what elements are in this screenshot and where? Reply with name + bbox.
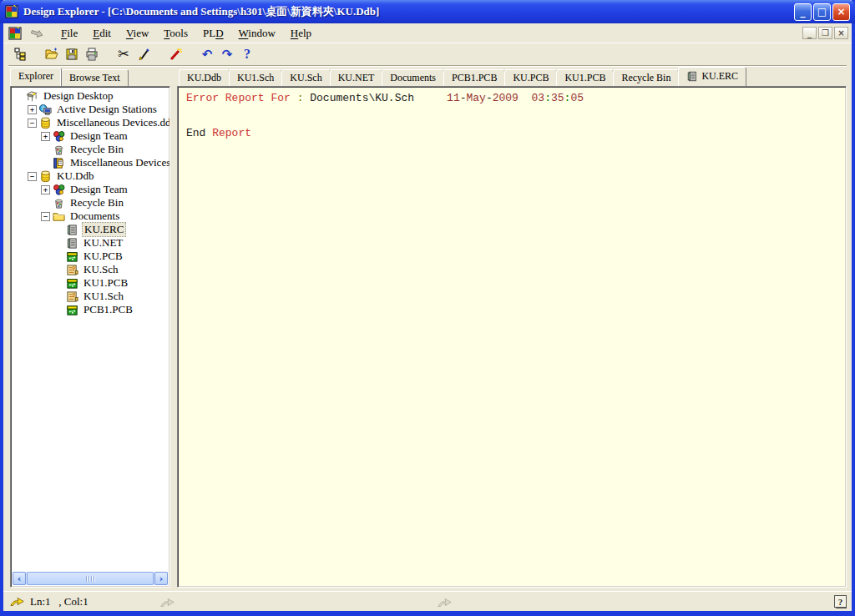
wand-button[interactable] xyxy=(165,45,185,63)
expand-plus-icon[interactable]: + xyxy=(41,132,50,141)
desktop-icon xyxy=(26,90,38,103)
sch-icon xyxy=(66,290,78,303)
titlebar[interactable]: Design Explorer - [C:\Documents and Sett… xyxy=(0,0,855,23)
tree-item-active-design-stations[interactable]: +Active Design Stations xyxy=(13,103,169,116)
tree-item-miscellaneous-devices-lib[interactable]: Miscellaneous Devices.lib xyxy=(13,156,169,169)
tree-item-ku-erc[interactable]: KU.ERC xyxy=(13,223,169,236)
pcb-icon xyxy=(66,250,78,263)
open-button[interactable] xyxy=(42,45,62,63)
doc-tab-ku1-pcb[interactable]: KU1.PCB xyxy=(556,69,614,86)
tree-horizontal-scrollbar[interactable]: ‹ › xyxy=(13,572,168,585)
expand-plus-icon[interactable]: + xyxy=(28,105,37,114)
doc-tab-label: KU1.PCB xyxy=(564,72,605,84)
report-icon xyxy=(66,237,78,250)
doc-tab-pcb1-pcb[interactable]: PCB1.PCB xyxy=(443,69,505,86)
undo-button[interactable]: ↶ xyxy=(197,45,217,63)
doc-tab-ku-net[interactable]: KU.NET xyxy=(330,69,383,86)
tree-item-ku1-pcb[interactable]: KU1.PCB xyxy=(13,276,169,290)
doc-tab-ku-pcb[interactable]: KU.PCB xyxy=(504,69,557,86)
help-button[interactable]: ? xyxy=(237,45,257,63)
doc-tab-ku1-sch[interactable]: KU1.Sch xyxy=(229,69,282,86)
tree-item-ku-net[interactable]: KU.NET xyxy=(13,236,169,250)
menu-tools[interactable]: Tools xyxy=(156,25,195,42)
tree-item-label: PCB1.PCB xyxy=(82,303,134,316)
mdi-close-button[interactable]: × xyxy=(834,27,848,39)
tree-item-documents[interactable]: −Documents xyxy=(13,210,169,223)
pen-button[interactable] xyxy=(134,45,154,63)
tree-item-ku1-sch[interactable]: KU1.Sch xyxy=(13,290,169,303)
tree-item-ku-ddb[interactable]: −KU.Ddb xyxy=(13,169,169,183)
team-icon xyxy=(53,130,65,143)
scroll-left-arrow[interactable]: ‹ xyxy=(13,572,26,585)
document-panel: KU.DdbKU1.SchKU.SchKU.NETDocumentsPCB1.P… xyxy=(177,68,847,588)
tree-item-label: Recycle Bin xyxy=(68,196,125,210)
redo-button[interactable]: ↷ xyxy=(217,45,237,63)
cut-button[interactable]: ✂ xyxy=(114,45,134,63)
scroll-right-arrow[interactable]: › xyxy=(154,572,168,585)
menu-window[interactable]: Window xyxy=(231,25,283,42)
tree-item-design-team[interactable]: +Design Team xyxy=(13,183,169,196)
close-button[interactable]: × xyxy=(832,3,850,21)
expander-slot: − xyxy=(28,119,39,128)
tree-item-miscellaneous-devices-ddb[interactable]: −Miscellaneous Devices.ddb xyxy=(13,116,169,129)
doc-tab-label: Recycle Bin xyxy=(621,72,670,84)
erc-report-editor[interactable]: Error Report For : Documents\KU.Sch 11-M… xyxy=(177,86,847,588)
tree-item-design-desktop[interactable]: Design Desktop xyxy=(13,89,169,103)
design-tree: Design Desktop+Active Design Stations−Mi… xyxy=(10,86,170,588)
undo-icon: ↶ xyxy=(200,48,214,61)
minimize-button[interactable]: _ xyxy=(794,3,812,21)
tree-item-ku-pcb[interactable]: KU.PCB xyxy=(13,250,169,263)
report-token: Report xyxy=(212,127,251,139)
status-help-button[interactable]: ? xyxy=(834,595,847,608)
menu-help[interactable]: Help xyxy=(283,25,319,42)
tree-item-recycle-bin[interactable]: Recycle Bin xyxy=(13,143,169,156)
pen-icon xyxy=(137,48,150,61)
collapse-minus-icon[interactable]: − xyxy=(41,212,50,221)
pulldown-arrow-icon[interactable] xyxy=(30,27,43,40)
doc-tab-label: KU.ERC xyxy=(701,70,738,83)
doc-tab-ku-ddb[interactable]: KU.Ddb xyxy=(179,69,230,86)
jump-arrow-gray-icon xyxy=(160,597,175,608)
tree-icon xyxy=(13,48,27,61)
doc-tab-ku-sch[interactable]: KU.Sch xyxy=(281,69,330,86)
collapse-minus-icon[interactable]: − xyxy=(28,172,37,181)
menu-pld[interactable]: PLD xyxy=(195,25,231,42)
maximize-button[interactable]: □ xyxy=(813,3,831,21)
collapse-minus-icon[interactable]: − xyxy=(28,119,37,128)
window-title: Design Explorer - [C:\Documents and Sett… xyxy=(23,4,794,19)
wand-icon xyxy=(169,48,182,61)
explorer-toggle-button[interactable] xyxy=(10,45,30,63)
save-button[interactable] xyxy=(62,45,82,63)
report-token: : xyxy=(291,92,310,104)
doc-tab-recycle-bin[interactable]: Recycle Bin xyxy=(613,69,679,86)
tree-item-label: KU1.PCB xyxy=(82,276,129,290)
tree-item-label: Design Team xyxy=(68,129,129,143)
print-button[interactable] xyxy=(82,45,102,63)
report-line: End Report xyxy=(186,128,837,139)
tree-item-design-team[interactable]: +Design Team xyxy=(13,129,169,143)
scrollbar-thumb[interactable] xyxy=(27,572,154,585)
tree-item-recycle-bin[interactable]: Recycle Bin xyxy=(13,196,169,210)
report-token: Documents\KU.Sch xyxy=(310,92,414,104)
database-icon xyxy=(39,117,52,129)
doc-tab-ku-erc[interactable]: KU.ERC xyxy=(678,67,746,86)
tree-item-pcb1-pcb[interactable]: PCB1.PCB xyxy=(13,303,169,316)
menu-edit[interactable]: Edit xyxy=(85,25,119,42)
help-icon: ? xyxy=(240,48,254,61)
menu-file[interactable]: File xyxy=(53,25,85,42)
expander-slot: + xyxy=(28,105,39,114)
mdi-minimize-button[interactable]: _ xyxy=(802,27,817,39)
panel-splitter[interactable] xyxy=(170,68,177,588)
expand-plus-icon[interactable]: + xyxy=(41,185,50,194)
status-bar: Ln:1 , Col:1 ? xyxy=(3,591,852,611)
doc-tab-documents[interactable]: Documents xyxy=(382,69,444,86)
tree-item-label: KU.Ddb xyxy=(55,169,95,183)
tab-explorer[interactable]: Explorer xyxy=(10,68,62,86)
menu-view[interactable]: View xyxy=(119,25,156,42)
tab-browse-text[interactable]: Browse Text xyxy=(61,69,129,86)
report-token: 03 xyxy=(532,92,545,104)
mdi-restore-button[interactable]: ❐ xyxy=(818,27,832,39)
doc-tab-label: KU.Sch xyxy=(290,72,321,84)
pcb-icon xyxy=(66,304,78,316)
tree-item-ku-sch[interactable]: KU.Sch xyxy=(13,263,169,276)
